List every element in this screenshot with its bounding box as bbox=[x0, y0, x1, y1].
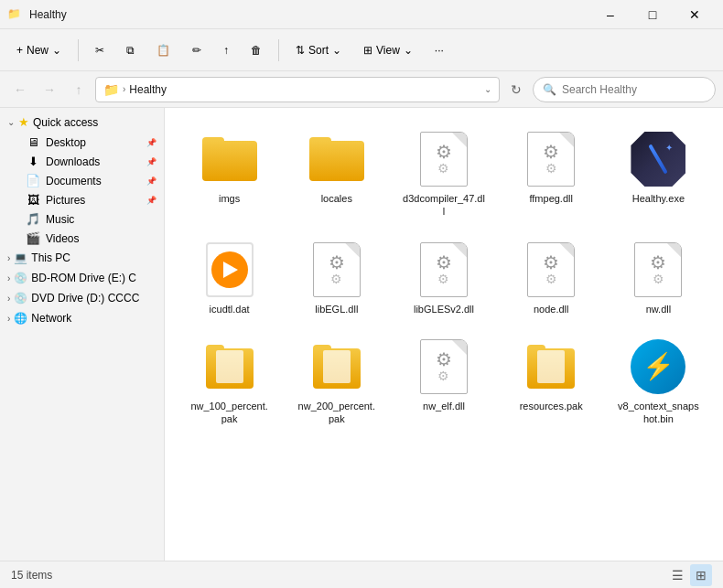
sidebar-item-music[interactable]: 🎵 Music bbox=[0, 209, 164, 229]
sidebar-thispc-header[interactable]: › 💻 This PC bbox=[0, 248, 164, 268]
path-text: Healthy bbox=[129, 83, 167, 96]
grid-view-button[interactable]: ⊞ bbox=[690, 564, 712, 586]
status-bar: 15 items ☰ ⊞ bbox=[0, 561, 723, 588]
file-name: resources.pak bbox=[520, 400, 583, 412]
paste-button[interactable]: 📋 bbox=[147, 36, 179, 65]
more-button[interactable]: ··· bbox=[426, 36, 453, 65]
file-item[interactable]: nw_100_percent.pak bbox=[179, 330, 279, 433]
file-name: nw_elf.dll bbox=[423, 400, 465, 412]
thispc-chevron: › bbox=[7, 253, 10, 263]
pak-icon bbox=[308, 337, 366, 396]
main-layout: ⌄ ★ Quick access 🖥 Desktop 📌 ⬇ Downloads… bbox=[0, 108, 723, 561]
sort-button[interactable]: ⇅ Sort ⌄ bbox=[286, 36, 351, 65]
dvd-chevron: › bbox=[7, 294, 10, 304]
documents-icon: 📄 bbox=[26, 174, 40, 187]
music-icon: 🎵 bbox=[26, 212, 40, 226]
file-item[interactable]: ⚙ ⚙ d3dcompiler_47.dll bbox=[394, 123, 493, 226]
cut-button[interactable]: ✂ bbox=[86, 36, 113, 65]
sidebar-network-header[interactable]: › 🌐 Network bbox=[0, 308, 164, 328]
path-sep: › bbox=[123, 84, 125, 94]
dvd-icon: 💿 bbox=[14, 292, 27, 305]
toolbar: + New ⌄ ✂ ⧉ 📋 ✏ ↑ 🗑 ⇅ Sort ⌄ ⊞ View ⌄ ··… bbox=[0, 29, 723, 71]
list-view-button[interactable]: ☰ bbox=[666, 564, 688, 586]
sidebar-desktop-label: Desktop bbox=[46, 136, 86, 149]
search-box[interactable]: 🔍 bbox=[533, 77, 716, 102]
path-dropdown-button[interactable]: ⌄ bbox=[484, 84, 491, 94]
file-item[interactable]: ⚙ ⚙ node.dll bbox=[502, 233, 601, 323]
refresh-button[interactable]: ↻ bbox=[503, 77, 529, 102]
dll-icon: ⚙ ⚙ bbox=[522, 241, 580, 299]
file-item[interactable]: icudtl.dat bbox=[179, 233, 279, 323]
sidebar-item-documents[interactable]: 📄 Documents 📌 bbox=[0, 171, 164, 190]
sidebar-item-pictures[interactable]: 🖼 Pictures 📌 bbox=[0, 190, 164, 209]
file-item[interactable]: locales bbox=[286, 123, 386, 226]
toolbar-sep-1 bbox=[78, 39, 79, 61]
new-label: New bbox=[27, 44, 49, 57]
network-label: Network bbox=[31, 312, 71, 325]
thispc-icon: 💻 bbox=[14, 251, 27, 264]
share-button[interactable]: ↑ bbox=[214, 36, 238, 65]
file-item[interactable]: ⚙ ⚙ nw_elf.dll bbox=[394, 330, 493, 433]
up-button[interactable]: ↑ bbox=[66, 77, 92, 102]
network-icon: 🌐 bbox=[14, 312, 27, 325]
minimize-button[interactable]: – bbox=[589, 0, 631, 29]
cut-icon: ✂ bbox=[95, 44, 104, 57]
file-name: nw_200_percent.pak bbox=[296, 400, 378, 426]
dll-icon: ⚙ ⚙ bbox=[415, 241, 473, 299]
path-folder-icon: 📁 bbox=[103, 82, 119, 97]
view-label: View bbox=[376, 44, 400, 57]
file-name: v8_context_snapshot.bin bbox=[617, 400, 699, 426]
rename-button[interactable]: ✏ bbox=[183, 36, 210, 65]
file-content-area: imgs locales ⚙ ⚙ d3dcompiler_47.dll ⚙ ⚙ bbox=[165, 108, 723, 561]
copy-icon: ⧉ bbox=[126, 44, 135, 57]
new-button[interactable]: + New ⌄ bbox=[7, 36, 70, 65]
file-name: nw.dll bbox=[646, 303, 672, 315]
file-item[interactable]: ⚙ ⚙ libEGL.dll bbox=[286, 233, 386, 323]
close-button[interactable]: ✕ bbox=[674, 0, 716, 29]
file-name: ffmpeg.dll bbox=[529, 192, 573, 205]
file-item[interactable]: ✦ Healthy.exe bbox=[609, 123, 708, 226]
dat-icon bbox=[200, 241, 259, 299]
file-item[interactable]: imgs bbox=[179, 123, 279, 226]
address-path[interactable]: 📁 › Healthy ⌄ bbox=[95, 77, 500, 102]
sidebar-bdrom-header[interactable]: › 💿 BD-ROM Drive (E:) C bbox=[0, 268, 164, 288]
new-icon: + bbox=[16, 44, 23, 57]
file-item[interactable]: nw_200_percent.pak bbox=[286, 330, 386, 433]
file-item[interactable]: ⚙ ⚙ ffmpeg.dll bbox=[502, 123, 601, 226]
file-item[interactable]: ⚡ v8_context_snapshot.bin bbox=[609, 330, 708, 433]
file-name: node.dll bbox=[534, 303, 569, 315]
file-name: nw_100_percent.pak bbox=[189, 400, 271, 426]
sidebar-item-videos[interactable]: 🎬 Videos bbox=[0, 229, 164, 248]
sidebar-item-downloads[interactable]: ⬇ Downloads 📌 bbox=[0, 152, 164, 171]
file-item[interactable]: resources.pak bbox=[502, 330, 601, 433]
delete-button[interactable]: 🗑 bbox=[242, 36, 271, 65]
file-name: locales bbox=[321, 192, 352, 205]
file-item[interactable]: ⚙ ⚙ libGLESv2.dll bbox=[394, 233, 493, 323]
window-icon: 📁 bbox=[7, 7, 22, 22]
videos-icon: 🎬 bbox=[26, 231, 40, 245]
dll-icon: ⚙ ⚙ bbox=[415, 337, 473, 396]
quickaccess-star-icon: ★ bbox=[18, 115, 29, 129]
sidebar-item-desktop[interactable]: 🖥 Desktop 📌 bbox=[0, 133, 164, 152]
sidebar-dvd-header[interactable]: › 💿 DVD Drive (D:) CCCC bbox=[0, 288, 164, 308]
sidebar-documents-label: Documents bbox=[46, 175, 102, 187]
maximize-button[interactable]: □ bbox=[631, 0, 674, 29]
search-input[interactable] bbox=[562, 83, 690, 96]
search-icon: 🔍 bbox=[543, 83, 556, 96]
pak-icon bbox=[200, 337, 259, 396]
thispc-label: This PC bbox=[31, 251, 70, 264]
paste-icon: 📋 bbox=[156, 44, 170, 57]
sidebar-pictures-label: Pictures bbox=[46, 194, 85, 207]
sidebar-quickaccess-header[interactable]: ⌄ ★ Quick access bbox=[0, 112, 164, 133]
dll-icon: ⚙ ⚙ bbox=[415, 130, 473, 188]
back-button[interactable]: ← bbox=[7, 77, 33, 102]
quickaccess-label: Quick access bbox=[33, 116, 98, 129]
file-name: Healthy.exe bbox=[632, 192, 685, 205]
file-item[interactable]: ⚙ ⚙ nw.dll bbox=[609, 233, 708, 323]
forward-button[interactable]: → bbox=[37, 77, 62, 102]
view-button[interactable]: ⊞ View ⌄ bbox=[354, 36, 422, 65]
pak-icon bbox=[522, 337, 580, 396]
copy-button[interactable]: ⧉ bbox=[117, 36, 144, 65]
downloads-icon: ⬇ bbox=[26, 155, 40, 168]
rename-icon: ✏ bbox=[192, 44, 201, 57]
